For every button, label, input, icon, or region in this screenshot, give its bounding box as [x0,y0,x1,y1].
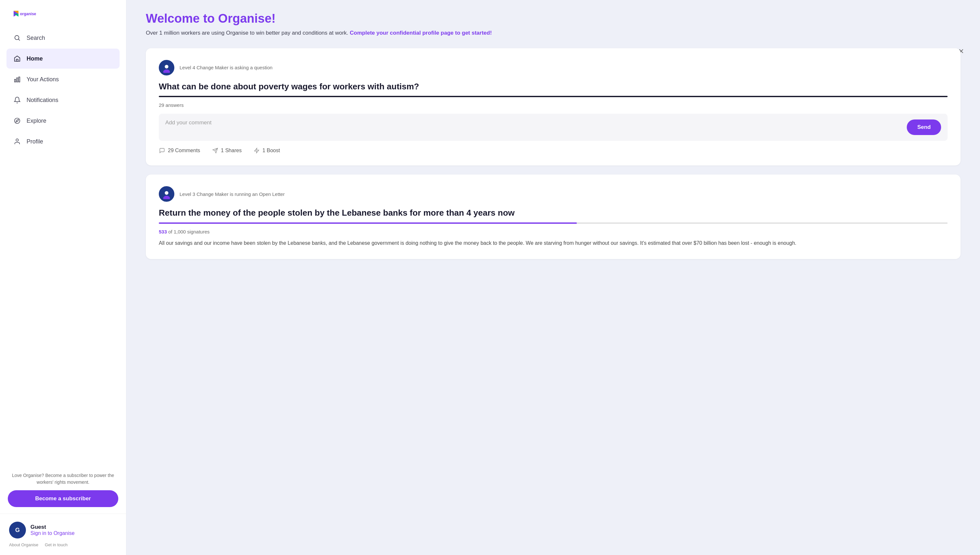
user-icon [13,137,21,146]
card-body-text-2: All our savings and our income have been… [159,239,948,247]
footer-links: About Organise Get in touch [9,542,117,547]
profile-cta-link[interactable]: Complete your confidential profile page … [350,30,492,36]
poster-avatar-2: 3 [159,186,174,202]
sidebar-bottom: G Guest Sign in to Organise About Organi… [0,513,126,555]
nav-label-your-actions: Your Actions [27,76,59,83]
feed-container: 4 Level 4 Change Maker is asking a quest… [126,45,980,281]
svg-rect-9 [19,77,20,82]
comments-action[interactable]: 29 Comments [159,148,200,154]
answers-count: 29 answers [159,102,948,108]
search-icon [13,34,21,42]
progress-bar-2 [159,223,948,224]
card-actions-1: 29 Comments 1 Shares 1 Boost [159,148,948,154]
subscriber-promo: Love Organise? Become a subscriber to po… [8,472,118,507]
card-title-1: What can be done about poverty wages for… [159,81,948,92]
comment-icon [159,148,165,154]
svg-text:3: 3 [166,192,167,195]
boost-action[interactable]: 1 Boost [253,148,280,154]
card-title-2: Return the money of the people stolen by… [159,208,948,218]
svg-text:organise: organise [20,12,36,16]
card-meta-2: Level 3 Change Maker is running an Open … [180,191,285,197]
poster-level-2: Level 3 Change Maker [180,191,229,197]
bar-chart-icon [13,75,21,83]
post-card-open-letter: 3 Level 3 Change Maker is running an Ope… [146,175,961,259]
share-icon [212,148,219,154]
send-button[interactable]: Send [907,119,941,135]
bell-icon [13,96,21,104]
promo-text: Love Organise? Become a subscriber to po… [8,472,118,486]
svg-point-12 [16,139,18,141]
svg-rect-8 [16,78,18,82]
main-header: Welcome to Organise! Over 1 million work… [126,0,980,45]
main-nav: Search Home Your Actions Notifications [0,28,126,466]
svg-point-10 [14,118,20,124]
home-icon [13,55,21,63]
svg-marker-11 [16,119,18,122]
user-info: Guest Sign in to Organise [31,524,74,536]
organise-logo: organise [12,9,41,19]
svg-rect-6 [16,59,18,61]
sidebar-item-explore[interactable]: Explore [6,111,119,131]
footer-link-contact[interactable]: Get in touch [45,542,68,547]
footer-link-about[interactable]: About Organise [9,542,38,547]
svg-text:4: 4 [166,66,167,69]
signatures-label: of 1,000 signatures [168,229,210,234]
become-subscriber-button[interactable]: Become a subscriber [8,490,118,507]
page-title: Welcome to Organise! [146,12,961,26]
svg-rect-7 [14,79,16,82]
poster-level-1: Level 4 Change Maker [180,65,229,70]
svg-marker-21 [254,148,259,153]
nav-label-home: Home [27,55,43,62]
logo-area: organise [0,0,126,28]
sidebar-item-profile[interactable]: Profile [6,132,119,152]
progress-fill-1 [159,96,948,97]
boost-icon [253,148,260,154]
shares-count: 1 Shares [221,148,242,154]
progress-bar-1 [159,96,948,97]
progress-fill-2 [159,223,577,224]
sidebar-item-search[interactable]: Search [6,28,119,48]
nav-label-profile: Profile [27,138,43,145]
card-meta-1: Level 4 Change Maker is asking a questio… [180,65,272,70]
main-content: Welcome to Organise! Over 1 million work… [126,0,980,555]
card-header-1: 4 Level 4 Change Maker is asking a quest… [159,60,948,75]
comments-count: 29 Comments [168,148,200,154]
poster-action-1: is asking a question [230,65,272,70]
nav-label-explore: Explore [27,117,46,124]
nav-label-search: Search [27,35,45,42]
user-name: Guest [31,524,74,530]
nav-label-notifications: Notifications [27,97,58,104]
sidebar-item-notifications[interactable]: Notifications [6,90,119,110]
avatar: G [9,522,26,539]
comment-input[interactable]: Add your comment [165,119,901,126]
svg-line-5 [18,39,20,40]
sidebar: organise Search Home Your Actions [0,0,126,555]
user-row: G Guest Sign in to Organise [9,522,117,539]
poster-avatar-1: 4 [159,60,174,75]
signatures-current: 533 [159,229,167,234]
comment-box: Add your comment Send [159,114,948,141]
subtitle-text: Over 1 million workers are using Organis… [146,30,348,36]
compass-icon [13,117,21,125]
header-subtitle: Over 1 million workers are using Organis… [146,29,961,37]
svg-point-4 [15,35,19,40]
poster-action-2: is running an Open Letter [230,191,285,197]
sidebar-item-home[interactable]: Home [6,48,119,69]
signatures-row: 533 of 1,000 signatures [159,229,948,234]
boost-count: 1 Boost [262,148,280,154]
post-card-question: 4 Level 4 Change Maker is asking a quest… [146,48,961,166]
sidebar-item-your-actions[interactable]: Your Actions [6,69,119,89]
sign-in-link[interactable]: Sign in to Organise [31,530,74,536]
card-header-2: 3 Level 3 Change Maker is running an Ope… [159,186,948,202]
shares-action[interactable]: 1 Shares [212,148,242,154]
